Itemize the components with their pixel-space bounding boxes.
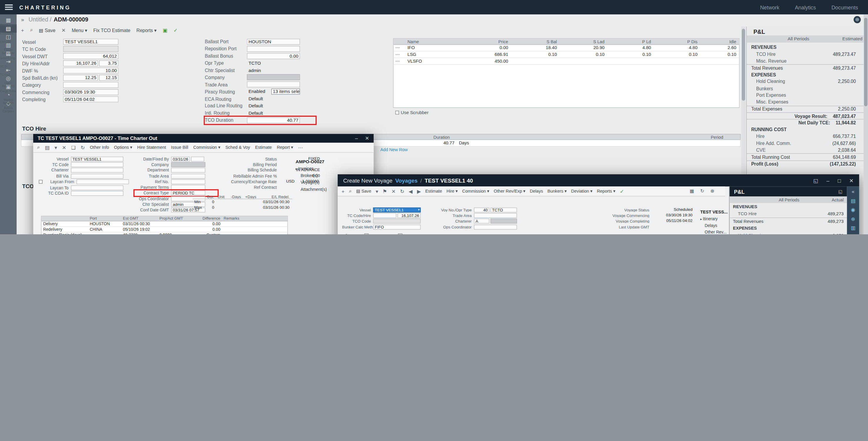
column-header[interactable]: Idle [699, 39, 738, 44]
field-input-2[interactable]: 13 items selected [271, 89, 300, 95]
column-header[interactable]: Name [406, 39, 459, 44]
nav-network[interactable]: Network [760, 4, 779, 10]
prev-voyage-icon[interactable]: ◀ [409, 188, 413, 194]
estimate-button[interactable]: Estimate [255, 145, 272, 150]
side-itinerary[interactable]: Itinerary [700, 216, 728, 221]
column-header[interactable]: +Days [244, 195, 258, 198]
menu-button[interactable]: Menu ▾ [72, 27, 87, 33]
field-input[interactable] [171, 174, 206, 179]
refresh-icon[interactable]: ↻ [400, 188, 404, 194]
field-input[interactable] [247, 82, 300, 88]
save-icon[interactable]: ▤ [45, 145, 50, 150]
validate-icon[interactable]: ✓ [174, 27, 178, 33]
field-input[interactable] [247, 74, 300, 81]
tab-draft-restrictions[interactable]: Draft/Restrictions [583, 233, 612, 234]
side-other-rev[interactable]: Other Rev... [700, 230, 728, 234]
field-input[interactable]: Default [247, 110, 300, 116]
sidebar-item-cargoes[interactable]: ▦Cargoes [0, 16, 17, 24]
save-button[interactable]: ▤ Save [356, 189, 371, 194]
column-header-period[interactable]: Period [711, 135, 723, 140]
checkbox-icon[interactable] [39, 180, 43, 184]
field-input[interactable]: 16,107.26 [63, 60, 98, 66]
estimate-button[interactable]: Estimate [425, 189, 442, 194]
scrollbar-thumb[interactable] [742, 29, 745, 101]
tasks-icon[interactable]: ▥ [850, 225, 855, 231]
pnl-col-all-periods[interactable]: All Periods [747, 36, 832, 41]
column-header[interactable]: Dur. [204, 195, 216, 198]
field-input[interactable]: TEST VESSEL1 [63, 39, 119, 45]
hire-button[interactable]: Hire ▾ [446, 189, 458, 194]
field-input[interactable]: A [474, 219, 490, 224]
grid-row[interactable]: ⋯VLSFO450.00 [394, 58, 739, 65]
field-input-2[interactable]: 12.15 [99, 75, 119, 81]
collapse-icon[interactable]: » [21, 17, 24, 23]
grid-row[interactable]: ⋯LSG686.910.100.100.100.100.10 [394, 52, 739, 58]
grid-view-icon[interactable]: ▦ [690, 188, 694, 194]
field-input[interactable] [71, 168, 124, 173]
field-input[interactable]: Enabled [247, 89, 270, 95]
search-icon[interactable]: ⌕ [37, 144, 40, 151]
field-input[interactable] [652, 224, 692, 229]
field-input[interactable] [71, 185, 124, 190]
field-input[interactable]: Scheduled [652, 207, 692, 212]
add-new-row-link[interactable]: Add New Row [380, 147, 408, 152]
collapse-panel-icon[interactable]: « [851, 189, 854, 194]
column-header[interactable]: S Bal [510, 39, 559, 44]
delete-icon[interactable]: ✕ [62, 145, 66, 150]
tab-vessel-draft[interactable]: Vessel Draft [615, 233, 636, 234]
field-input[interactable] [171, 179, 206, 184]
field-input[interactable]: Default [247, 96, 300, 102]
pnl-col-all-periods[interactable]: All Periods [730, 197, 820, 202]
validate-icon[interactable]: ✓ [620, 188, 624, 194]
tab-cargo[interactable]: Cargo [570, 233, 580, 234]
field-input-2[interactable]: 3.75 [99, 60, 119, 66]
contacts-icon[interactable]: ◉ [851, 207, 855, 213]
expand-icon[interactable]: ◱ [813, 177, 818, 184]
close-icon[interactable]: ✕ [849, 177, 854, 184]
column-header[interactable]: E/L Redel. [258, 195, 291, 198]
column-header[interactable]: Est GMT [121, 216, 158, 221]
link-invoices[interactable]: Invoices [296, 166, 370, 171]
grid-row[interactable]: Max003/31/26 00:30 [193, 204, 292, 210]
globe-icon[interactable]: ⊕ [851, 216, 855, 222]
refresh-icon[interactable]: ↻ [81, 145, 85, 150]
field-input-2[interactable]: TCTO [490, 207, 517, 212]
last-tco-voy-checkbox[interactable]: Last TCO Voy [398, 233, 429, 234]
last-tci-voy-checkbox[interactable]: Last TCI Voy [365, 233, 393, 234]
nav-documents[interactable]: Documents [832, 4, 858, 10]
dialog-titlebar[interactable]: TC TEST VESSEL1 AMPO-O0027 - Time Charte… [33, 134, 374, 143]
summary-icon[interactable]: ▤ [850, 198, 855, 203]
field-input[interactable]: Default [247, 103, 300, 109]
vertical-scrollbar[interactable] [864, 14, 868, 234]
add-icon[interactable]: + [21, 27, 24, 33]
field-input[interactable] [171, 168, 206, 173]
field-input[interactable] [373, 219, 421, 224]
field-input[interactable]: USD [279, 179, 296, 184]
tab-overflow[interactable]: P... [675, 233, 681, 234]
field-input[interactable]: 05/11/26 04:02 [652, 219, 692, 224]
field-input[interactable] [171, 162, 206, 167]
field-input[interactable]: 05/11/26 04:02 [63, 96, 119, 102]
side-delays[interactable]: Delays [700, 223, 728, 228]
reports-button[interactable]: Reports ▾ [136, 27, 156, 33]
field-input[interactable]: 03/30/26 19:30 [63, 89, 119, 95]
field-input[interactable] [474, 224, 517, 229]
field-input-2[interactable] [191, 156, 204, 161]
tab-bl-info[interactable]: B/L Info [554, 233, 566, 234]
field-input[interactable]: 40 [474, 207, 490, 212]
other-rev-exp-button[interactable]: Other Rev/Exp ▾ [494, 189, 526, 194]
bunkers-button[interactable]: Bunkers ▾ [548, 189, 566, 194]
field-input[interactable]: HOUSTON [247, 39, 300, 45]
refresh-icon[interactable]: ↻ [700, 188, 704, 194]
field-input-2[interactable] [490, 219, 517, 224]
delete-icon[interactable]: ✕ [61, 27, 66, 33]
use-scrubber-checkbox[interactable]: Use Scrubber [395, 110, 429, 115]
field-input[interactable]: 10.00 [63, 68, 119, 74]
pnl-col-estimated[interactable]: Estimated [832, 36, 868, 41]
column-header[interactable]: Proj/Act GMT [158, 216, 194, 221]
search-icon[interactable]: ⌕ [30, 27, 33, 33]
voyages-breadcrumb-link[interactable]: Voyages [395, 177, 418, 184]
nav-analytics[interactable]: Analytics [795, 4, 816, 10]
commission-button[interactable]: Commission ▾ [462, 189, 489, 194]
column-header[interactable]: S Lad [559, 39, 606, 44]
